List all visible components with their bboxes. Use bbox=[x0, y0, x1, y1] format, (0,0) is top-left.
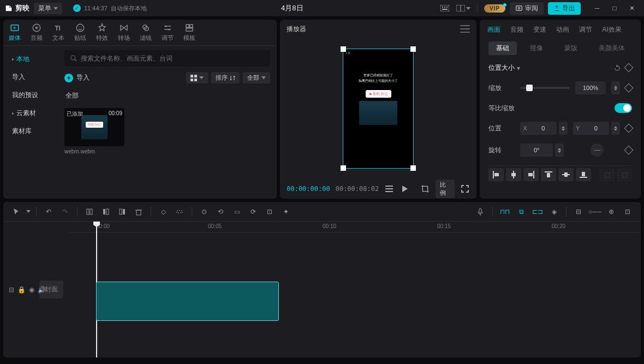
ratio-scale-toggle[interactable] bbox=[615, 103, 632, 113]
tab-transition[interactable]: 转场 bbox=[118, 23, 130, 42]
crop-icon[interactable] bbox=[420, 183, 430, 194]
mic-tool[interactable] bbox=[474, 205, 487, 218]
keyframe-icon[interactable] bbox=[624, 63, 634, 72]
mirror-tool[interactable]: ▭ bbox=[230, 205, 243, 218]
list-icon[interactable] bbox=[384, 183, 394, 194]
align-top[interactable] bbox=[541, 168, 556, 181]
tab-text[interactable]: TI文本 bbox=[52, 23, 64, 42]
keyframe-icon[interactable] bbox=[624, 83, 634, 93]
redo-button[interactable]: ↷ bbox=[58, 205, 71, 218]
sidebar-item-import[interactable]: 导入 bbox=[3, 68, 58, 86]
search-box[interactable] bbox=[64, 50, 270, 67]
keyframe-icon[interactable] bbox=[624, 146, 634, 155]
x-value[interactable]: 0 bbox=[530, 122, 556, 135]
filter-all-button[interactable]: 全部 bbox=[243, 72, 270, 83]
subtab-basic[interactable]: 基础 bbox=[488, 41, 517, 55]
scale-stepper[interactable] bbox=[611, 81, 620, 94]
tab-audio[interactable]: 音频 bbox=[31, 23, 43, 42]
zoom-out-tool[interactable]: ⊟ bbox=[572, 205, 585, 218]
crop-tool[interactable]: ⊡ bbox=[263, 205, 276, 218]
reset-icon[interactable] bbox=[613, 64, 621, 72]
lock-icon[interactable]: 🔒 bbox=[17, 286, 26, 294]
timeline-ruler[interactable]: 00:00 00:05 00:10 00:15 00:20 bbox=[69, 222, 641, 232]
zoom-fit-tool[interactable]: ⊡ bbox=[621, 205, 634, 218]
magnet-tool[interactable]: ⊓⊓ bbox=[498, 205, 511, 218]
align-bottom[interactable] bbox=[576, 168, 591, 181]
x-stepper[interactable] bbox=[559, 122, 568, 135]
y-value[interactable]: 0 bbox=[583, 122, 609, 135]
split-right-tool[interactable] bbox=[116, 205, 129, 218]
undo-button[interactable]: ↶ bbox=[42, 205, 55, 218]
subtab-cutout[interactable]: 抠像 bbox=[522, 41, 551, 55]
maximize-button[interactable]: □ bbox=[607, 3, 622, 14]
align-hcenter[interactable] bbox=[506, 168, 521, 181]
search-input[interactable] bbox=[81, 55, 265, 62]
keyframe-icon[interactable] bbox=[624, 124, 634, 133]
cursor-tool[interactable] bbox=[10, 205, 23, 218]
sidebar-item-local[interactable]: ▸本地 bbox=[3, 50, 58, 68]
align-vcenter[interactable] bbox=[558, 168, 574, 181]
minimize-button[interactable]: ─ bbox=[589, 3, 605, 14]
review-button[interactable]: 审阅 bbox=[510, 2, 544, 15]
view-mode-button[interactable] bbox=[186, 72, 208, 83]
zoom-in-tool[interactable]: ⊕ bbox=[605, 205, 618, 218]
rotation-stepper[interactable] bbox=[555, 144, 564, 157]
timeline-clip[interactable] bbox=[96, 282, 279, 321]
scale-value[interactable]: 100% bbox=[575, 81, 606, 94]
keyboard-icon[interactable] bbox=[438, 3, 452, 14]
select-range-tool[interactable] bbox=[173, 205, 186, 218]
ratio-button[interactable]: 比例 bbox=[436, 180, 455, 198]
inspector-tab-ai[interactable]: AI效果 bbox=[602, 25, 621, 34]
fullscreen-icon[interactable] bbox=[460, 183, 470, 194]
sidebar-item-library[interactable]: 素材库 bbox=[3, 122, 58, 140]
inspector-tab-audio[interactable]: 音频 bbox=[510, 25, 523, 34]
export-button[interactable]: 导出 bbox=[548, 2, 581, 15]
subtitle-icon[interactable]: ⊟ bbox=[9, 286, 14, 294]
close-button[interactable]: ✕ bbox=[624, 3, 640, 14]
subtab-mask[interactable]: 蒙版 bbox=[557, 41, 585, 55]
tab-media[interactable]: 媒体 bbox=[9, 23, 21, 42]
link-tool[interactable]: ⧉ bbox=[515, 205, 528, 218]
align-left[interactable] bbox=[488, 168, 504, 181]
inspector-tab-anim[interactable]: 动画 bbox=[556, 25, 569, 34]
play-button[interactable] bbox=[399, 183, 409, 194]
menu-button[interactable]: 菜单 bbox=[34, 3, 62, 14]
snap-tool[interactable]: ⊏⊐ bbox=[531, 205, 544, 218]
align-right[interactable] bbox=[523, 168, 539, 181]
tab-sticker[interactable]: 贴纸 bbox=[74, 23, 86, 42]
rotation-value[interactable]: 0° bbox=[520, 144, 553, 157]
split-tool[interactable] bbox=[83, 205, 96, 218]
video-frame[interactable]: ♪ ≡ 世界已经精彩疯狂了 如果巴纳比上可能的大小了 ◆ 彩虹办公 bbox=[343, 49, 414, 169]
preview-stage[interactable]: ♪ ≡ 世界已经精彩疯狂了 如果巴纳比上可能的大小了 ◆ 彩虹办公 bbox=[280, 38, 476, 179]
sidebar-item-cloud[interactable]: ▸云素材 bbox=[3, 104, 58, 122]
media-thumbnail[interactable]: 已添加 00:09 彩虹办公 webm.webm bbox=[64, 108, 124, 154]
smart-tool[interactable]: ✦ bbox=[279, 205, 293, 218]
tab-template[interactable]: 模板 bbox=[183, 23, 195, 42]
sort-button[interactable]: 排序 bbox=[211, 72, 240, 83]
speaker-icon[interactable]: 🔊 bbox=[38, 286, 46, 294]
tab-filter[interactable]: 滤镜 bbox=[140, 23, 152, 42]
inspector-tab-speed[interactable]: 变速 bbox=[533, 25, 546, 34]
eye-icon[interactable]: ◉ bbox=[29, 286, 34, 294]
subtab-beauty[interactable]: 美颜美体 bbox=[591, 41, 633, 55]
tab-adjust[interactable]: 调节 bbox=[162, 23, 174, 42]
timeline-tracks[interactable]: 00:00 00:05 00:10 00:15 00:20 bbox=[69, 222, 641, 357]
freeze-tool[interactable]: ⊙ bbox=[198, 205, 211, 218]
y-stepper[interactable] bbox=[611, 122, 620, 135]
vip-badge[interactable]: VIP bbox=[484, 4, 505, 13]
preview-tool[interactable]: ◈ bbox=[547, 205, 560, 218]
inspector-tab-canvas[interactable]: 画面 bbox=[487, 25, 500, 34]
import-button[interactable]: + 导入 bbox=[64, 73, 90, 82]
sidebar-item-preset[interactable]: 我的预设 bbox=[3, 86, 58, 104]
split-left-tool[interactable] bbox=[99, 205, 112, 218]
zoom-slider[interactable]: ○── bbox=[588, 205, 601, 218]
layout-icon[interactable] bbox=[456, 3, 470, 14]
delete-tool[interactable] bbox=[132, 205, 145, 218]
reverse-tool[interactable]: ⟲ bbox=[214, 205, 227, 218]
preview-menu-icon[interactable] bbox=[460, 25, 470, 33]
rotate-tool[interactable]: ⟳ bbox=[247, 205, 260, 218]
marker-tool[interactable]: ◇ bbox=[157, 205, 170, 218]
tab-effect[interactable]: 特效 bbox=[96, 23, 108, 42]
inspector-tab-adjust[interactable]: 调节 bbox=[579, 25, 592, 34]
scale-slider[interactable] bbox=[520, 87, 570, 89]
